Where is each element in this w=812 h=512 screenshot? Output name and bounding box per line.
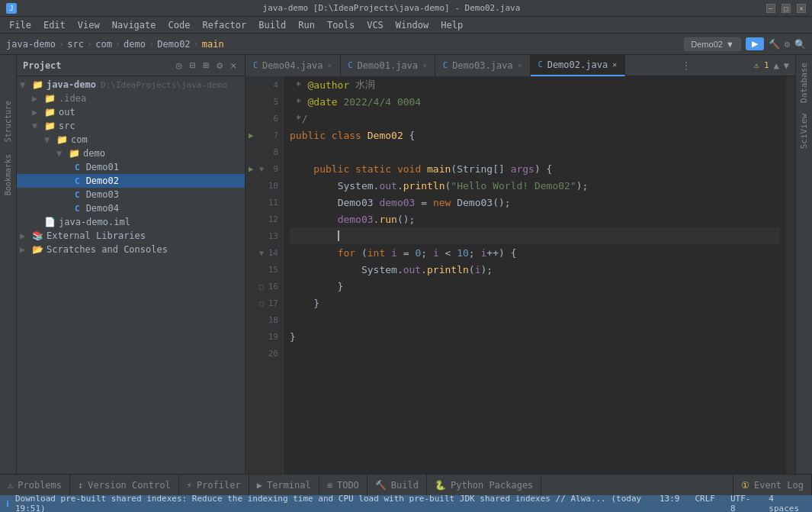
menu-item-edit[interactable]: Edit	[37, 18, 72, 32]
menu-item-view[interactable]: View	[72, 18, 106, 32]
code-editor[interactable]: 4 5 6 ▶ 7 8 ▶ ▼ 9 10 11 12 13 ▼	[246, 76, 795, 474]
breadcrumb-demo[interactable]: demo	[124, 39, 146, 50]
encoding[interactable]: UTF-8	[730, 494, 753, 512]
tree-item-demo03[interactable]: C Demo03	[17, 188, 245, 201]
breadcrumb: java-demo › src › com › demo › Demo02 › …	[6, 39, 224, 50]
run-config-dropdown[interactable]: Demo02 ▼	[684, 37, 740, 51]
warning-count[interactable]: ⚠ 1	[754, 60, 769, 70]
todo-icon: ≡	[327, 480, 332, 491]
editor-up-icon[interactable]: ▲	[774, 60, 779, 71]
indent-setting[interactable]: 4 spaces	[769, 494, 806, 512]
tree-item-demo[interactable]: ▼ 📁 demo	[17, 147, 245, 160]
sidebar-locate-icon[interactable]: ◎	[174, 59, 185, 72]
sidebar: Project ◎ ⊟ ⊞ ⚙ ✕ ▼ 📁 java-demo D:\IdeaP…	[17, 55, 246, 474]
code-line-16: }	[290, 278, 780, 295]
tree-item-ext-libs[interactable]: ▶ 📚 External Libraries	[17, 229, 245, 243]
gutter-8: 8	[246, 143, 283, 160]
tree-item-scratches[interactable]: ▶ 📂 Scratches and Consoles	[17, 243, 245, 256]
terminal-tab[interactable]: ▶ Terminal	[249, 475, 319, 496]
code-line-10: System.out.println("Hello World! Demo02"…	[290, 177, 780, 194]
gutter-10: 10	[246, 177, 283, 194]
tab-demo02[interactable]: C Demo02.java ✕	[531, 55, 626, 76]
tab-demo04[interactable]: C Demo04.java ✕	[246, 55, 341, 76]
dropdown-arrow: ▼	[726, 40, 734, 49]
menu-item-run[interactable]: Run	[292, 18, 321, 32]
tree-item-demo02[interactable]: C Demo02	[17, 174, 245, 188]
cursor-position[interactable]: 13:9	[660, 494, 680, 512]
todo-tab[interactable]: ≡ TODO	[319, 475, 367, 496]
version-control-icon: ↕	[78, 480, 83, 491]
breadcrumb-src[interactable]: src	[67, 39, 84, 50]
code-line-14: for (int i = 0; i < 10; i++) {	[290, 244, 780, 261]
menu-item-window[interactable]: Window	[390, 18, 435, 32]
sidebar-close-icon[interactable]: ✕	[228, 59, 239, 72]
tab-demo02-label: Demo02.java	[547, 60, 608, 70]
tree-item-idea[interactable]: ▶ 📁 .idea	[17, 92, 245, 105]
problems-tab[interactable]: ⚠ Problems	[0, 475, 70, 496]
gutter-11: 11	[246, 194, 283, 211]
main-area: Structure Bookmarks Project ◎ ⊟ ⊞ ⚙ ✕ ▼ …	[0, 55, 812, 474]
tab-demo04-close[interactable]: ✕	[328, 61, 332, 69]
code-content[interactable]: * @author 水润 * @date 2022/4/4 0004 */ pu…	[284, 76, 786, 474]
menu-item-code[interactable]: Code	[162, 18, 197, 32]
python-label: Python Packages	[451, 480, 533, 491]
event-log-tab[interactable]: ① Event Log	[733, 475, 812, 496]
gutter-16: □ 16	[246, 278, 283, 295]
tree-item-demo04[interactable]: C Demo04	[17, 201, 245, 215]
breadcrumb-main[interactable]: main	[202, 39, 224, 50]
run-button[interactable]: ▶	[746, 37, 764, 50]
sidebar-expand-icon[interactable]: ⊞	[201, 59, 212, 72]
menu-item-file[interactable]: File	[3, 18, 37, 32]
tab-demo03-close[interactable]: ✕	[518, 61, 522, 69]
menu-item-vcs[interactable]: VCS	[361, 18, 390, 32]
tree-item-com[interactable]: ▼ 📁 com	[17, 133, 245, 147]
menu-item-navigate[interactable]: Navigate	[106, 18, 162, 32]
minimize-button[interactable]: —	[766, 4, 775, 13]
breadcrumb-com[interactable]: com	[95, 39, 112, 50]
search-icon[interactable]: 🔍	[794, 39, 806, 50]
tabs-gear-icon[interactable]: ⋮	[676, 60, 697, 71]
tab-demo01-close[interactable]: ✕	[422, 61, 427, 69]
structure-tab[interactable]: Structure	[4, 101, 12, 142]
code-line-7: public class Demo02 {	[290, 127, 780, 143]
tree-item-src[interactable]: ▼ 📁 src	[17, 119, 245, 133]
tree-item-root[interactable]: ▼ 📁 java-demo D:\IdeaProjects\java-demo	[17, 78, 245, 92]
version-control-tab[interactable]: ↕ Version Control	[70, 475, 179, 496]
sep5: ›	[194, 39, 199, 50]
database-tab[interactable]: Database	[797, 58, 811, 108]
build-icon[interactable]: 🔨	[769, 39, 780, 50]
sidebar-settings-icon[interactable]: ⚙	[214, 59, 225, 72]
event-log-icon: ①	[741, 480, 749, 491]
tab-demo01[interactable]: C Demo01.java ✕	[341, 55, 436, 76]
sidebar-collapse-icon[interactable]: ⊟	[188, 59, 198, 72]
editor-down-icon[interactable]: ▼	[784, 60, 789, 71]
menu-item-help[interactable]: Help	[435, 18, 469, 32]
menu-item-tools[interactable]: Tools	[321, 18, 361, 32]
breadcrumb-project[interactable]: java-demo	[6, 39, 56, 50]
tree-item-out[interactable]: ▶ 📁 out	[17, 105, 245, 119]
nav-bar-right: Demo02 ▼ ▶ 🔨 ⚙ 🔍	[684, 37, 806, 51]
close-button[interactable]: ✕	[797, 4, 806, 13]
tab-demo03[interactable]: C Demo03.java ✕	[435, 55, 531, 76]
build-tab[interactable]: 🔨 Build	[367, 475, 427, 496]
profiler-tab[interactable]: ⚡ Profiler	[179, 475, 249, 496]
menu-item-refactor[interactable]: Refactor	[196, 18, 252, 32]
python-packages-tab[interactable]: 🐍 Python Packages	[427, 475, 541, 496]
sciview-tab[interactable]: SciView	[797, 109, 811, 153]
tree-item-iml[interactable]: 📄 java-demo.iml	[17, 215, 245, 229]
settings-icon[interactable]: ⚙	[785, 39, 790, 50]
breadcrumb-demo02[interactable]: Demo02	[157, 39, 190, 50]
tab-demo02-close[interactable]: ✕	[612, 60, 617, 69]
code-line-9: public static void main(String[] args) {	[290, 160, 780, 177]
scroll-indicator[interactable]	[786, 76, 795, 474]
maximize-button[interactable]: □	[782, 4, 791, 13]
title-bar-controls: — □ ✕	[766, 4, 806, 13]
menu-item-build[interactable]: Build	[252, 18, 292, 32]
tree-item-demo01[interactable]: C Demo01	[17, 160, 245, 174]
sidebar-icons: ◎ ⊟ ⊞ ⚙ ✕	[174, 59, 239, 72]
right-panel: Database SciView	[795, 55, 812, 474]
title-bar-title: java-demo [D:\IdeaProjects\java-demo] - …	[17, 3, 766, 13]
bookmarks-tab[interactable]: Bookmarks	[4, 154, 12, 195]
line-ending[interactable]: CRLF	[695, 494, 715, 512]
version-control-label: Version Control	[88, 480, 170, 491]
